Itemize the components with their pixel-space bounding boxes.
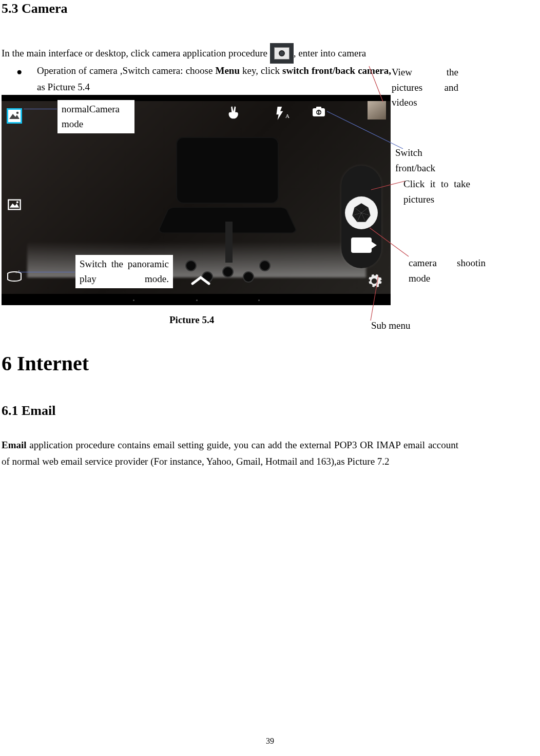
intro-post: , enter into camera [294,48,366,58]
callout-sub-menu: Sub menu [371,318,443,333]
svg-line-12 [369,66,383,102]
peace-hand-icon[interactable] [227,105,242,122]
svg-marker-7 [10,204,20,208]
picture-mode-side-icon[interactable] [7,197,22,212]
android-status-bar [2,95,391,100]
email-paragraph: application procedure contains email set… [2,440,458,467]
svg-text:+: + [15,270,17,274]
flash-auto-icon[interactable]: A [274,105,290,122]
email-bold: Email [2,440,27,450]
bullet-text-2: as Picture 5.4 [37,82,90,92]
svg-point-5 [16,112,19,114]
heading-6-1: 6.1 Email [2,403,55,419]
connector-line [370,226,411,262]
video-mode-button[interactable] [351,237,372,253]
intro-pre: In the main interface or desktop, click … [2,48,267,58]
connector-line [323,105,406,151]
bullet-text-1b: key, click [240,65,282,76]
camera-app-icon [270,43,294,64]
svg-rect-1 [316,107,321,109]
heading-6: 6 Internet [2,351,89,375]
heading-5-3: 5.3 Camera [2,1,68,16]
page-number: 39 [0,737,540,746]
svg-rect-6 [8,200,20,210]
bullet-menu: Menu [216,65,240,76]
svg-line-14 [370,228,409,256]
callout-take-pictures: Click it to take pictures [403,176,470,207]
connector-line [370,274,400,323]
callout-view-pictures: Viewthe picturesand videos [392,65,458,110]
label-panoramic-mode: Switch the panoramic play mode. [75,255,173,288]
callout-switch-front-back: Switch front/back [395,145,462,175]
callout-shooting-mode: camera shootin mode [409,255,486,286]
normal-mode-icon[interactable] [7,108,22,124]
figure-caption: Picture 5.4 [169,314,214,326]
bullet-text-1: Operation of camera ,Switch camera: choo… [37,65,216,76]
android-nav-bar [2,295,391,305]
connector-line [371,180,407,191]
svg-line-11 [327,111,403,149]
svg-line-13 [371,181,405,190]
bullet-dot: ● [16,64,22,80]
connector-line [24,109,57,109]
svg-line-15 [371,276,378,321]
label-normal-camera-mode: normalCamera mode [57,100,134,133]
connector-line [18,272,75,272]
svg-point-8 [16,201,18,203]
expand-modes-icon[interactable] [190,274,211,287]
shutter-button[interactable] [345,196,378,229]
